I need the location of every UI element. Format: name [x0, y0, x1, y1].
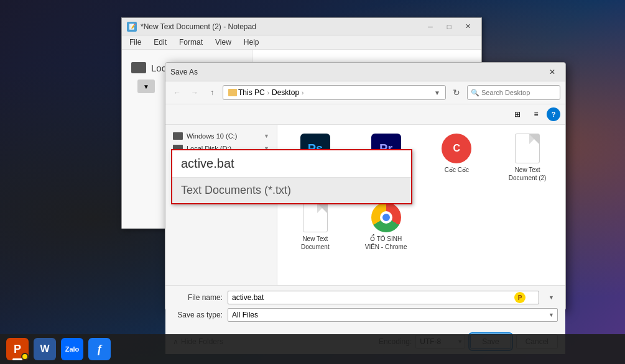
notepad-title-left: 📝 *New Text Document (2) - Notepad: [127, 22, 256, 32]
nav-up-button[interactable]: ↑: [205, 86, 219, 99]
sidebar-dropdown-button[interactable]: ▼: [137, 80, 155, 93]
zalo-app-icon: Zalo: [61, 338, 83, 360]
fb-icon-letter: f: [98, 343, 101, 356]
notepad-window-controls: ─ □ ✕: [422, 20, 476, 33]
taskbar-word-icon[interactable]: W: [32, 337, 57, 362]
savetype-select[interactable]: All Files Text Documents (*.txt): [228, 308, 558, 322]
notepad-menu-help[interactable]: Help: [239, 37, 264, 48]
nav-forward-button[interactable]: →: [188, 86, 201, 99]
dialog-close-button[interactable]: ✕: [544, 66, 560, 78]
document-icon: [303, 202, 328, 232]
zalo-icon-text: Zalo: [65, 345, 80, 353]
taskbar-zalo-icon[interactable]: Zalo: [60, 337, 85, 362]
autocomplete-active-item[interactable]: active.bat: [172, 150, 411, 178]
coccoc-icon: C: [442, 134, 471, 163]
notepad-menubar: File Edit Format View Help: [122, 35, 481, 50]
chrome-inner-circle: [380, 211, 392, 224]
ppt-taskbar-badge: P: [514, 292, 525, 303]
fb-app-icon: f: [88, 338, 111, 360]
document-icon-2: [515, 134, 540, 163]
file-item-new-text[interactable]: New Text Document: [282, 199, 348, 255]
path-chevron-1: ›: [267, 89, 269, 96]
dialog-bottom: File name: P ▼ Save as type: All Files T…: [165, 285, 565, 330]
dialog-title: Save As: [170, 68, 198, 76]
notepad-maximize-button[interactable]: □: [440, 20, 458, 33]
filename-input[interactable]: [228, 291, 539, 304]
ppt-active-indicator: [12, 358, 22, 360]
file-item-chrome[interactable]: Ổ TÔ SINH VIÊN - Chrome: [353, 199, 419, 255]
disk-drive-icon: [131, 62, 146, 73]
path-chevron-2: ›: [302, 89, 303, 96]
search-input[interactable]: [467, 85, 560, 100]
notepad-minimize-button[interactable]: ─: [422, 20, 439, 33]
word-icon-letter: W: [40, 344, 49, 355]
folder-icon: [228, 89, 237, 96]
address-path: This PC › Desktop › ▼: [223, 85, 446, 100]
new-text-2-label: New Text Document (2): [506, 166, 549, 182]
notepad-menu-format[interactable]: Format: [174, 37, 208, 48]
new-text-label: New Text Document: [294, 235, 337, 251]
left-panel-item-windows[interactable]: Windows 10 (C:) ▼: [168, 130, 274, 142]
coccoc-label: Cốc Cốc: [445, 166, 469, 174]
help-button[interactable]: ?: [547, 107, 560, 121]
filename-field-row: File name: P ▼: [173, 291, 558, 304]
search-icon: 🔍: [471, 89, 479, 97]
file-item-new-text-2[interactable]: New Text Document (2): [494, 130, 560, 194]
savetype-field-row: Save as type: All Files Text Documents (…: [173, 308, 558, 322]
taskbar-ppt-icon[interactable]: P: [5, 337, 30, 362]
savetype-bottom-label: Save as type:: [173, 311, 223, 319]
notepad-titlebar: 📝 *New Text Document (2) - Notepad ─ □ ✕: [122, 18, 481, 35]
path-this-pc: This PC: [228, 88, 265, 97]
taskbar-fb-icon[interactable]: f: [87, 337, 112, 362]
filename-dropdown-arrow[interactable]: ▼: [549, 294, 554, 301]
filename-input-wrapper: P: [228, 291, 539, 304]
windows-drive-dropdown: ▼: [264, 133, 269, 139]
notepad-menu-file[interactable]: File: [124, 37, 146, 48]
view-toggle-button[interactable]: ≡: [528, 107, 544, 122]
autocomplete-popup: active.bat Text Documents (*.txt): [171, 149, 412, 204]
dialog-titlebar: Save As ✕: [165, 63, 565, 81]
address-dropdown-icon[interactable]: ▼: [434, 89, 440, 96]
ppt-icon-letter: P: [14, 343, 21, 356]
file-item-coccoc[interactable]: C Cốc Cốc: [424, 130, 490, 194]
search-wrapper: 🔍: [467, 85, 560, 100]
notepad-title: *New Text Document (2) - Notepad: [141, 22, 256, 31]
refresh-button[interactable]: ↻: [450, 86, 463, 99]
savetype-select-wrapper: All Files Text Documents (*.txt) ▼: [228, 308, 558, 322]
path-desktop-label: Desktop: [272, 88, 299, 97]
windows-drive-label: Windows 10 (C:): [187, 132, 237, 140]
chrome-label: Ổ TÔ SINH VIÊN - Chrome: [364, 235, 408, 251]
autocomplete-type-item[interactable]: Text Documents (*.txt): [172, 178, 411, 203]
filename-bottom-label: File name:: [173, 293, 223, 302]
dialog-addressbar: ← → ↑ This PC › Desktop › ▼ ↻ 🔍: [165, 81, 565, 104]
notepad-close-button[interactable]: ✕: [459, 20, 476, 33]
view-options-button[interactable]: ⊞: [509, 107, 525, 122]
notepad-app-icon: 📝: [127, 22, 137, 32]
windows-drive-icon: [173, 132, 183, 140]
path-this-pc-label: This PC: [238, 88, 265, 97]
taskbar: P W Zalo f: [0, 334, 625, 364]
notepad-menu-edit[interactable]: Edit: [149, 37, 172, 48]
word-app-icon: W: [34, 338, 56, 360]
chrome-icon: [371, 202, 401, 232]
notepad-menu-view[interactable]: View: [210, 37, 236, 48]
nav-back-button[interactable]: ←: [170, 86, 184, 99]
dialog-toolbar: ⊞ ≡ ?: [165, 104, 565, 125]
